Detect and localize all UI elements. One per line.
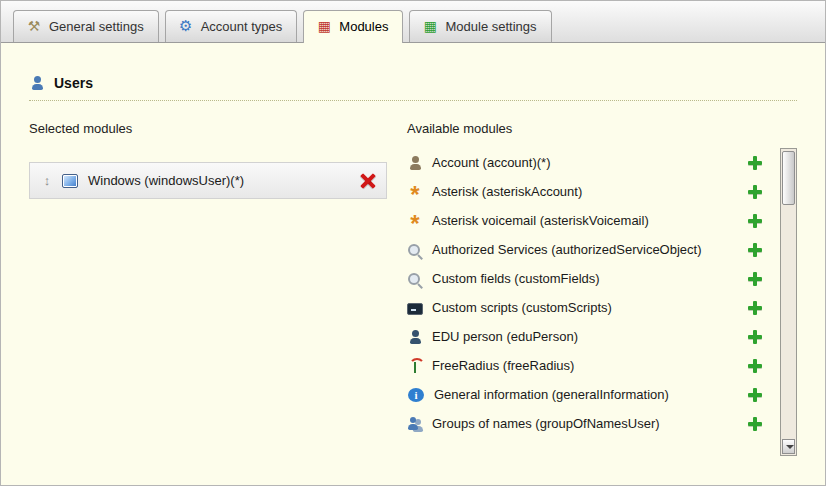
available-module-label: Authorized Services (authorizedServiceOb… [432,242,748,257]
available-modules-column: Available modules Account (account)(*) A… [407,121,797,456]
add-icon[interactable] [748,243,762,257]
available-module-row: General information (generalInformation) [407,380,774,409]
tab-bar: General settings Account types Modules M… [1,1,825,43]
asterisk-icon [407,184,423,200]
scrollbar-track[interactable] [780,148,797,456]
add-icon[interactable] [748,214,762,228]
available-modules-heading: Available modules [407,121,797,136]
antenna-icon [407,358,423,374]
users-section-header: Users [29,75,797,101]
add-icon[interactable] [748,185,762,199]
available-modules-list: Account (account)(*) Asterisk (asteriskA… [407,148,780,456]
available-module-row: Asterisk (asteriskAccount) [407,177,774,206]
settings-window: General settings Account types Modules M… [0,0,826,486]
add-icon[interactable] [748,417,762,431]
tab-label: Module settings [445,19,536,34]
available-module-label: FreeRadius (freeRadius) [432,358,748,373]
tab-modules[interactable]: Modules [303,10,403,43]
selected-modules-column: Selected modules Windows (windowsUser)(*… [29,121,401,456]
available-module-label: Asterisk (asteriskAccount) [432,184,748,199]
available-module-row: Custom fields (customFields) [407,264,774,293]
drag-handle[interactable] [40,173,54,188]
terminal-icon [407,303,423,315]
scrollbar-down-button[interactable] [782,439,795,454]
magnifier-icon [407,271,423,287]
info-icon [408,388,424,402]
tab-general-settings[interactable]: General settings [13,10,159,42]
tab-label: Account types [201,19,283,34]
modules-panel: Users Selected modules Windows (windowsU… [1,43,825,456]
add-icon[interactable] [748,359,762,373]
scrollbar-thumb[interactable] [782,151,795,205]
add-icon[interactable] [748,330,762,344]
modules-icon [316,18,332,34]
add-icon[interactable] [748,156,762,170]
account-icon [407,155,423,171]
selected-module-row: Windows (windowsUser)(*) [29,162,387,199]
available-module-row: Account (account)(*) [407,148,774,177]
delete-icon[interactable] [360,173,376,189]
add-icon[interactable] [748,301,762,315]
selected-modules-heading: Selected modules [29,121,401,136]
available-module-label: EDU person (eduPerson) [432,329,748,344]
user-icon [29,75,45,91]
windows-icon [62,174,78,188]
tab-label: Modules [339,19,388,34]
tab-account-types[interactable]: Account types [165,10,298,42]
add-icon[interactable] [748,272,762,286]
available-module-row: Asterisk voicemail (asteriskVoicemail) [407,206,774,235]
add-icon[interactable] [748,388,762,402]
available-module-label: Account (account)(*) [432,155,748,170]
tab-module-settings[interactable]: Module settings [409,10,551,42]
available-module-row: Groups of names (groupOfNamesUser) [407,409,774,438]
magnifier-icon [407,242,423,258]
available-module-label: Groups of names (groupOfNamesUser) [432,416,748,431]
available-module-label: Custom scripts (customScripts) [432,300,748,315]
asterisk-voicemail-icon [407,213,423,229]
section-title: Users [54,75,93,91]
tab-label: General settings [49,19,144,34]
available-module-label: Custom fields (customFields) [432,271,748,286]
available-module-row: Custom scripts (customScripts) [407,293,774,322]
available-module-row: FreeRadius (freeRadius) [407,351,774,380]
available-module-label: General information (generalInformation) [434,387,748,402]
module-settings-icon [422,18,438,34]
group-icon [407,416,423,432]
gear-icon [178,18,194,34]
available-module-row: Authorized Services (authorizedServiceOb… [407,235,774,264]
selected-module-label: Windows (windowsUser)(*) [88,173,360,188]
wrench-icon [26,18,42,34]
person-icon [407,329,423,345]
available-module-label: Asterisk voicemail (asteriskVoicemail) [432,213,748,228]
available-module-row: EDU person (eduPerson) [407,322,774,351]
